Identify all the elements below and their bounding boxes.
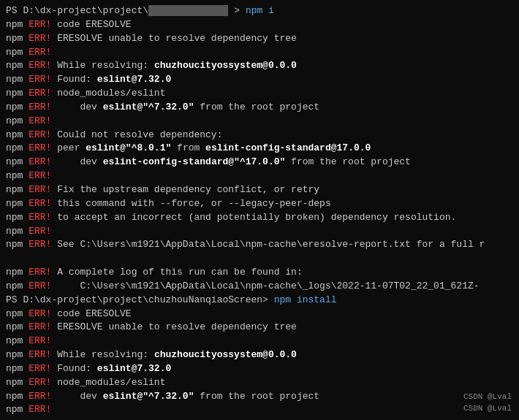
terminal-line: npm ERR!: [6, 169, 513, 183]
watermark-line1: CSDN @Lval: [463, 392, 512, 402]
watermark-line2: CSDN @Lval: [463, 403, 512, 414]
terminal-line: npm ERR! dev eslint@"^7.32.0" from the r…: [6, 101, 513, 115]
terminal-line: npm ERR! Found: eslint@7.32.0: [6, 362, 513, 376]
terminal-line: npm ERR! Could not resolve dependency:: [6, 129, 513, 142]
terminal-line: npm ERR! code ERESOLVE: [6, 308, 513, 321]
terminal-line: [6, 252, 513, 266]
terminal-line: npm ERR! peer eslint@"^8.0.1" from eslin…: [6, 142, 513, 156]
terminal-line: npm ERR! ERESOLVE unable to resolve depe…: [6, 321, 513, 335]
prompt-text-2: PS D:\dx-project\project\chuzhouNanqiaoS…: [6, 294, 274, 308]
terminal-line: npm ERR! this command with --force, or -…: [6, 197, 513, 211]
terminal-line: npm ERR! C:\Users\m1921\AppData\Local\np…: [6, 280, 513, 294]
terminal-line: npm ERR!: [6, 403, 513, 417]
terminal-line: npm ERR! While resolving: chuzhoucityoss…: [6, 348, 513, 362]
terminal-line: npm ERR!: [6, 225, 513, 239]
terminal-line: npm ERR! to accept an incorrect (and pot…: [6, 211, 513, 225]
terminal-line: npm ERR! dev eslint@"^7.32.0" from the r…: [6, 390, 513, 404]
watermark: CSDN @Lval CSDN @Lval: [463, 392, 512, 414]
terminal-line: PS D:\dx-project\project\ > npm i: [6, 4, 513, 18]
command-text-2: npm install: [274, 294, 337, 308]
terminal-line: npm ERR!: [6, 46, 513, 60]
terminal-line: npm ERR!: [6, 335, 513, 348]
terminal-line: npm ERR! code ERESOLVE: [6, 18, 513, 32]
terminal-line: npm ERR!: [6, 115, 513, 129]
terminal-line: npm ERR! node_modules/eslint: [6, 376, 513, 390]
terminal-line: npm ERR! A complete log of this run can …: [6, 266, 513, 280]
terminal-line: npm ERR! While resolving: chuzhoucityoss…: [6, 59, 513, 73]
terminal-line: npm ERR! Found: eslint@7.32.0: [6, 73, 513, 87]
terminal-window: PS D:\dx-project\project\ > npm i npm ER…: [0, 0, 519, 420]
terminal-line: npm ERR! Fix the upstream dependency con…: [6, 183, 513, 197]
terminal-line: npm ERR! ERESOLVE unable to resolve depe…: [6, 32, 513, 46]
command-text: npm i: [246, 4, 274, 18]
terminal-line: npm ERR! dev eslint-config-standard@"^17…: [6, 156, 513, 169]
terminal-line: PS D:\dx-project\project\chuzhouNanqiaoS…: [6, 294, 513, 308]
prompt-text: PS D:\dx-project\project\ >: [6, 4, 246, 18]
terminal-line: npm ERR! node_modules/eslint: [6, 87, 513, 101]
terminal-line: npm ERR! See C:\Users\m1921\AppData\Loca…: [6, 238, 513, 252]
